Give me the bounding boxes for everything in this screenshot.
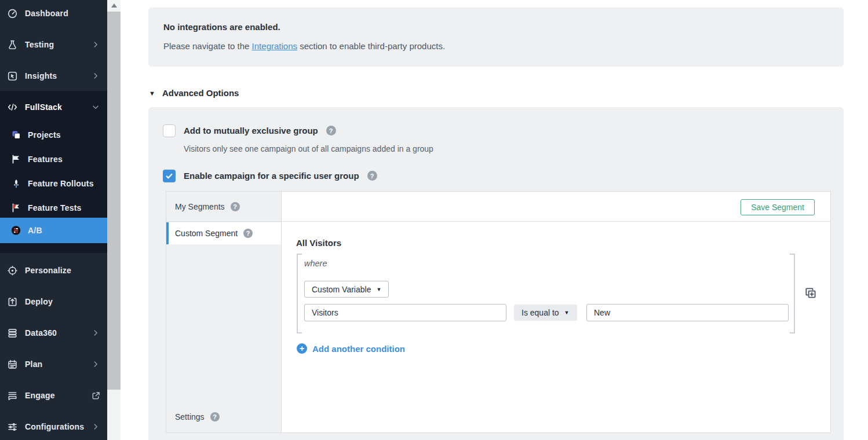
sidebar-item-label: A/B [28,226,42,235]
segment-panel: Save Segment My Segments ? Custom Segmen… [166,191,831,433]
sliders-icon [8,422,17,432]
sidebar-item-features[interactable]: Features [0,146,107,172]
integrations-link[interactable]: Integrations [252,41,297,51]
scroll-up-arrow-icon [111,3,117,8]
sidebar-item-label: FullStack [25,102,62,112]
flag-test-icon [11,203,21,213]
sidebar-item-label: Deploy [25,297,53,306]
condition-group-bracket-right [790,254,795,333]
save-segment-button[interactable]: Save Segment [741,199,815,215]
condition-value-input[interactable] [586,304,789,321]
sidebar-item-feature-tests[interactable]: Feature Tests [0,195,107,221]
sidebar-item-dashboard[interactable]: Dashboard [0,1,107,26]
banner-title: No integrations are enabled. [163,22,280,32]
collapse-caret-icon: ▼ [149,90,155,97]
ab-test-icon [11,226,21,236]
deploy-icon [8,297,17,307]
sidebar-item-label: Insights [25,71,57,80]
tab-my-segments[interactable]: My Segments ? [166,192,282,222]
condition-group-bracket-left [297,254,302,333]
advanced-options-header[interactable]: ▼ Advanced Options [149,88,239,98]
sidebar-item-feature-rollouts[interactable]: Feature Rollouts [0,171,107,196]
sidebar: Dashboard Testing Insights FullSta [0,0,107,440]
chevron-down-icon: ▼ [376,287,381,292]
chevron-right-icon [92,72,100,80]
condition-type-dropdown[interactable]: Custom Variable ▼ [304,281,389,298]
mutually-exclusive-label: Add to mutually exclusive group ? [184,126,336,135]
chevron-right-icon [92,360,100,368]
tab-custom-segment[interactable]: Custom Segment ? [166,222,281,244]
add-condition-button[interactable]: + Add another condition [297,343,405,354]
mutually-exclusive-checkbox[interactable] [163,124,176,137]
sidebar-item-insights[interactable]: Insights [0,63,107,89]
chevron-right-icon [92,329,100,337]
help-icon[interactable]: ? [326,126,336,135]
sidebar-item-data360[interactable]: Data360 [0,320,107,346]
user-group-label: Enable campaign for a specific user grou… [184,171,377,181]
sidebar-item-label: Feature Rollouts [28,179,94,188]
tab-settings[interactable]: Settings ? [166,406,282,428]
user-group-checkbox[interactable] [163,170,176,182]
chat-icon [8,391,17,401]
plus-icon: + [297,343,307,354]
sidebar-item-deploy[interactable]: Deploy [0,289,107,314]
sidebar-item-label: Dashboard [25,9,68,18]
help-icon[interactable]: ? [210,412,220,421]
sidebar-item-label: Data360 [25,328,57,338]
sidebar-item-label: Testing [25,40,54,49]
app-window: Dashboard Testing Insights FullSta [0,0,868,440]
flag-icon [11,155,21,164]
sidebar-item-label: Features [28,155,63,164]
gauge-icon [8,9,17,19]
sidebar-item-engage[interactable]: Engage [0,383,107,408]
banner-body: Please navigate to the Integrations sect… [163,41,445,51]
sidebar-item-label: Projects [28,130,61,140]
chevron-down-icon [92,103,100,111]
sidebar-item-projects[interactable]: Projects [0,122,107,148]
sidebar-item-ab[interactable]: A/B [0,218,107,243]
mutually-exclusive-description: Visitors only see one campaign out of al… [184,144,433,153]
where-label: where [304,259,327,268]
condition-field-input[interactable] [304,304,506,321]
sidebar-item-configurations[interactable]: Configurations [0,414,107,439]
projects-icon [11,130,21,140]
scrollbar-thumb[interactable] [107,12,121,390]
target-icon [8,266,17,276]
help-icon[interactable]: ? [231,202,240,211]
calendar-icon [8,360,17,369]
checkmark-icon [165,172,173,180]
scroll-up-button[interactable] [107,0,121,10]
integrations-banner: No integrations are enabled. Please navi… [148,8,844,67]
chevron-right-icon [92,41,100,49]
sidebar-item-label: Configurations [25,422,84,431]
banner-text-before: Please navigate to the [163,41,252,51]
sidebar-item-label: Feature Tests [28,203,82,212]
sidebar-item-label: Personalize [25,266,71,275]
help-icon[interactable]: ? [243,229,253,238]
chevron-right-icon [92,423,100,431]
banner-text-after: section to enable third-party products. [297,41,445,51]
vertical-scrollbar[interactable] [107,0,121,440]
rocket-icon [11,179,21,189]
chevron-down-icon: ▼ [564,310,570,316]
database-icon [8,328,17,338]
sidebar-item-personalize[interactable]: Personalize [0,258,107,283]
advanced-options-panel: Add to mutually exclusive group ? Visito… [148,107,844,440]
sidebar-item-testing[interactable]: Testing [0,32,107,57]
sidebar-item-label: Plan [25,360,42,369]
cursor-icon [8,71,17,81]
operator-dropdown[interactable]: Is equal to ▼ [514,305,577,321]
sidebar-item-label: Engage [25,391,55,400]
external-link-icon [92,391,100,399]
duplicate-condition-icon[interactable] [805,287,816,299]
sidebar-item-fullstack[interactable]: FullStack [0,94,107,120]
segment-title: All Visitors [296,238,341,248]
code-icon [8,102,17,112]
help-icon[interactable]: ? [367,171,377,181]
flask-icon [8,40,17,50]
sidebar-item-plan[interactable]: Plan [0,351,107,377]
advanced-options-title: Advanced Options [162,88,239,98]
